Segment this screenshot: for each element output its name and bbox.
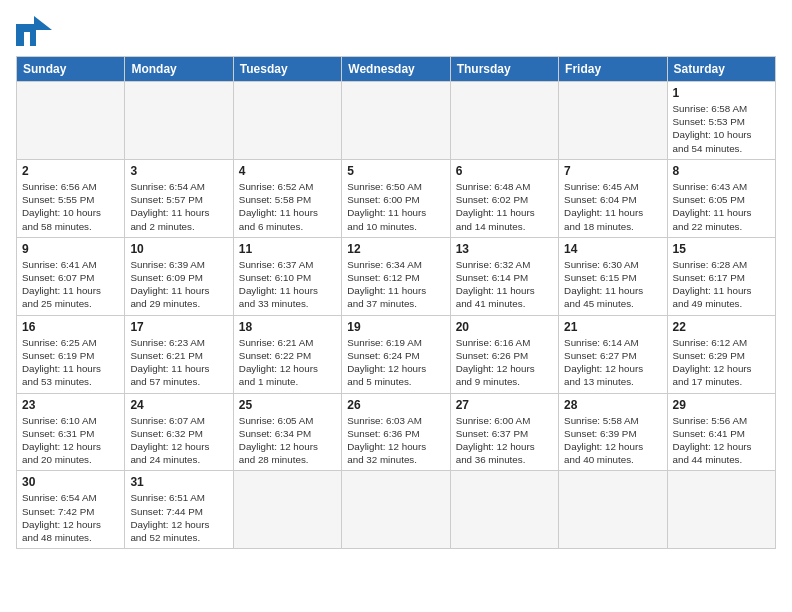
day-cell	[233, 82, 341, 160]
day-cell	[559, 471, 667, 549]
day-info: Sunrise: 6:48 AM Sunset: 6:02 PM Dayligh…	[456, 180, 553, 233]
svg-rect-2	[24, 32, 30, 46]
weekday-header: Friday	[559, 57, 667, 82]
day-number: 17	[130, 320, 227, 334]
day-number: 1	[673, 86, 770, 100]
day-info: Sunrise: 6:30 AM Sunset: 6:15 PM Dayligh…	[564, 258, 661, 311]
day-info: Sunrise: 6:10 AM Sunset: 6:31 PM Dayligh…	[22, 414, 119, 467]
day-cell: 12Sunrise: 6:34 AM Sunset: 6:12 PM Dayli…	[342, 237, 450, 315]
day-cell: 13Sunrise: 6:32 AM Sunset: 6:14 PM Dayli…	[450, 237, 558, 315]
day-cell: 4Sunrise: 6:52 AM Sunset: 5:58 PM Daylig…	[233, 159, 341, 237]
day-cell	[559, 82, 667, 160]
logo-icon	[16, 16, 52, 46]
day-info: Sunrise: 6:00 AM Sunset: 6:37 PM Dayligh…	[456, 414, 553, 467]
day-number: 8	[673, 164, 770, 178]
day-cell: 19Sunrise: 6:19 AM Sunset: 6:24 PM Dayli…	[342, 315, 450, 393]
day-info: Sunrise: 6:05 AM Sunset: 6:34 PM Dayligh…	[239, 414, 336, 467]
day-cell	[450, 471, 558, 549]
day-number: 12	[347, 242, 444, 256]
day-info: Sunrise: 6:19 AM Sunset: 6:24 PM Dayligh…	[347, 336, 444, 389]
day-cell	[17, 82, 125, 160]
day-cell	[450, 82, 558, 160]
day-cell: 30Sunrise: 6:54 AM Sunset: 7:42 PM Dayli…	[17, 471, 125, 549]
day-number: 3	[130, 164, 227, 178]
day-number: 29	[673, 398, 770, 412]
day-cell: 1Sunrise: 6:58 AM Sunset: 5:53 PM Daylig…	[667, 82, 775, 160]
day-info: Sunrise: 6:14 AM Sunset: 6:27 PM Dayligh…	[564, 336, 661, 389]
day-cell: 14Sunrise: 6:30 AM Sunset: 6:15 PM Dayli…	[559, 237, 667, 315]
day-cell: 9Sunrise: 6:41 AM Sunset: 6:07 PM Daylig…	[17, 237, 125, 315]
weekday-header: Tuesday	[233, 57, 341, 82]
day-info: Sunrise: 6:23 AM Sunset: 6:21 PM Dayligh…	[130, 336, 227, 389]
day-info: Sunrise: 6:03 AM Sunset: 6:36 PM Dayligh…	[347, 414, 444, 467]
week-row: 9Sunrise: 6:41 AM Sunset: 6:07 PM Daylig…	[17, 237, 776, 315]
day-info: Sunrise: 6:32 AM Sunset: 6:14 PM Dayligh…	[456, 258, 553, 311]
day-cell	[125, 82, 233, 160]
day-number: 22	[673, 320, 770, 334]
day-cell: 15Sunrise: 6:28 AM Sunset: 6:17 PM Dayli…	[667, 237, 775, 315]
day-number: 27	[456, 398, 553, 412]
day-cell: 24Sunrise: 6:07 AM Sunset: 6:32 PM Dayli…	[125, 393, 233, 471]
day-cell: 21Sunrise: 6:14 AM Sunset: 6:27 PM Dayli…	[559, 315, 667, 393]
day-info: Sunrise: 6:43 AM Sunset: 6:05 PM Dayligh…	[673, 180, 770, 233]
day-number: 26	[347, 398, 444, 412]
day-number: 9	[22, 242, 119, 256]
day-cell: 3Sunrise: 6:54 AM Sunset: 5:57 PM Daylig…	[125, 159, 233, 237]
day-cell: 23Sunrise: 6:10 AM Sunset: 6:31 PM Dayli…	[17, 393, 125, 471]
day-number: 25	[239, 398, 336, 412]
calendar: SundayMondayTuesdayWednesdayThursdayFrid…	[16, 56, 776, 549]
day-info: Sunrise: 6:58 AM Sunset: 5:53 PM Dayligh…	[673, 102, 770, 155]
day-number: 23	[22, 398, 119, 412]
day-cell: 10Sunrise: 6:39 AM Sunset: 6:09 PM Dayli…	[125, 237, 233, 315]
day-cell: 6Sunrise: 6:48 AM Sunset: 6:02 PM Daylig…	[450, 159, 558, 237]
day-cell	[342, 471, 450, 549]
day-info: Sunrise: 6:54 AM Sunset: 5:57 PM Dayligh…	[130, 180, 227, 233]
weekday-header-row: SundayMondayTuesdayWednesdayThursdayFrid…	[17, 57, 776, 82]
day-info: Sunrise: 6:28 AM Sunset: 6:17 PM Dayligh…	[673, 258, 770, 311]
day-number: 31	[130, 475, 227, 489]
week-row: 16Sunrise: 6:25 AM Sunset: 6:19 PM Dayli…	[17, 315, 776, 393]
weekday-header: Thursday	[450, 57, 558, 82]
day-info: Sunrise: 6:54 AM Sunset: 7:42 PM Dayligh…	[22, 491, 119, 544]
day-number: 11	[239, 242, 336, 256]
day-cell: 8Sunrise: 6:43 AM Sunset: 6:05 PM Daylig…	[667, 159, 775, 237]
day-number: 16	[22, 320, 119, 334]
day-info: Sunrise: 6:12 AM Sunset: 6:29 PM Dayligh…	[673, 336, 770, 389]
day-cell: 16Sunrise: 6:25 AM Sunset: 6:19 PM Dayli…	[17, 315, 125, 393]
weekday-header: Wednesday	[342, 57, 450, 82]
day-info: Sunrise: 6:39 AM Sunset: 6:09 PM Dayligh…	[130, 258, 227, 311]
day-cell	[667, 471, 775, 549]
week-row: 2Sunrise: 6:56 AM Sunset: 5:55 PM Daylig…	[17, 159, 776, 237]
day-info: Sunrise: 6:51 AM Sunset: 7:44 PM Dayligh…	[130, 491, 227, 544]
day-number: 15	[673, 242, 770, 256]
day-info: Sunrise: 6:45 AM Sunset: 6:04 PM Dayligh…	[564, 180, 661, 233]
day-info: Sunrise: 6:34 AM Sunset: 6:12 PM Dayligh…	[347, 258, 444, 311]
day-cell: 17Sunrise: 6:23 AM Sunset: 6:21 PM Dayli…	[125, 315, 233, 393]
day-number: 19	[347, 320, 444, 334]
day-number: 21	[564, 320, 661, 334]
day-info: Sunrise: 6:16 AM Sunset: 6:26 PM Dayligh…	[456, 336, 553, 389]
day-info: Sunrise: 6:37 AM Sunset: 6:10 PM Dayligh…	[239, 258, 336, 311]
day-number: 20	[456, 320, 553, 334]
week-row: 1Sunrise: 6:58 AM Sunset: 5:53 PM Daylig…	[17, 82, 776, 160]
day-cell	[342, 82, 450, 160]
day-cell: 28Sunrise: 5:58 AM Sunset: 6:39 PM Dayli…	[559, 393, 667, 471]
day-number: 14	[564, 242, 661, 256]
day-number: 4	[239, 164, 336, 178]
header	[16, 16, 776, 46]
day-info: Sunrise: 6:07 AM Sunset: 6:32 PM Dayligh…	[130, 414, 227, 467]
weekday-header: Saturday	[667, 57, 775, 82]
day-cell	[233, 471, 341, 549]
day-info: Sunrise: 6:52 AM Sunset: 5:58 PM Dayligh…	[239, 180, 336, 233]
day-number: 30	[22, 475, 119, 489]
weekday-header: Monday	[125, 57, 233, 82]
day-number: 24	[130, 398, 227, 412]
day-number: 28	[564, 398, 661, 412]
day-cell: 11Sunrise: 6:37 AM Sunset: 6:10 PM Dayli…	[233, 237, 341, 315]
day-info: Sunrise: 6:56 AM Sunset: 5:55 PM Dayligh…	[22, 180, 119, 233]
day-info: Sunrise: 6:50 AM Sunset: 6:00 PM Dayligh…	[347, 180, 444, 233]
day-number: 18	[239, 320, 336, 334]
day-cell: 27Sunrise: 6:00 AM Sunset: 6:37 PM Dayli…	[450, 393, 558, 471]
day-number: 6	[456, 164, 553, 178]
week-row: 23Sunrise: 6:10 AM Sunset: 6:31 PM Dayli…	[17, 393, 776, 471]
